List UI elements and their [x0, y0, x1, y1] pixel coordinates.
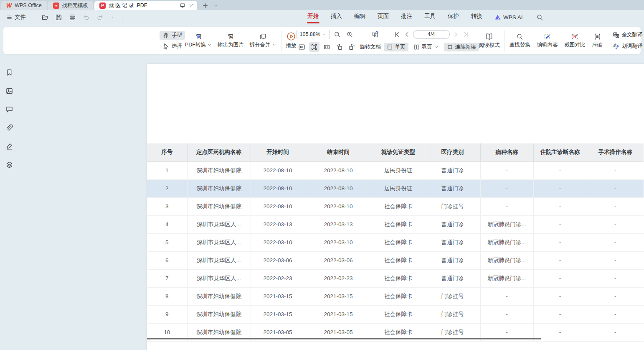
export-image-button[interactable]: 输出为图片 [218, 33, 244, 49]
attachment-icon[interactable] [4, 123, 15, 133]
undo-button[interactable] [81, 13, 91, 22]
layers-icon[interactable] [4, 159, 15, 169]
play-label: 播放 [286, 42, 297, 49]
new-tab-button[interactable] [202, 3, 208, 9]
pdf-convert-label: PDF转换 [185, 41, 206, 49]
read-mode-button[interactable]: 阅读模式 [479, 33, 500, 49]
single-page-button[interactable]: 单页 [384, 43, 408, 51]
menu-tab-4[interactable]: 批注 [401, 12, 412, 23]
table-cell: 社会保障卡 [372, 251, 425, 269]
save-button[interactable] [54, 13, 63, 22]
word-translate-button[interactable]: 划词翻译 [609, 42, 644, 51]
menu-tab-7[interactable]: 转换 [471, 12, 482, 23]
menu-tab-0[interactable]: 开始 [307, 12, 319, 23]
column-header: 病种名称 [480, 143, 533, 161]
zoom-out-button[interactable] [332, 30, 342, 39]
table-cell: 2022-08-10 [305, 197, 372, 215]
table-cell: 2022-08-10 [305, 161, 372, 179]
pdf-convert-button[interactable]: PDF转换 [185, 33, 212, 49]
table-cell: 普通门诊 [425, 215, 480, 233]
last-page-button[interactable] [462, 31, 470, 38]
close-tab-icon[interactable] [188, 3, 194, 8]
table-cell: 6 [147, 251, 187, 269]
screenshot-compare-button[interactable]: 截图对比 [565, 33, 586, 49]
column-header: 医疗类别 [425, 143, 480, 161]
find-replace-button[interactable]: 查找替换 [510, 33, 530, 49]
signature-icon[interactable] [4, 141, 15, 151]
bookmark-icon[interactable] [4, 67, 15, 77]
menu-search-icon[interactable] [535, 13, 545, 22]
table-cell: 3 [147, 197, 187, 215]
table-cell: - [587, 269, 644, 287]
menu-tab-6[interactable]: 保护 [448, 12, 459, 23]
split-merge-label: 拆分合并 [250, 41, 271, 49]
table-cell: - [533, 323, 587, 341]
menu-tab-1[interactable]: 插入 [331, 12, 342, 23]
table-cell: 普通门诊 [425, 269, 480, 287]
compress-icon [593, 33, 601, 41]
table-cell: - [587, 233, 644, 251]
undo-history-chevron-icon[interactable] [109, 14, 116, 21]
hand-tool-button[interactable]: 手型 [160, 31, 185, 40]
menu-tab-5[interactable]: 工具 [424, 12, 436, 23]
table-cell: 2021-03-15 [251, 287, 305, 305]
tab-document-pdf[interactable]: P 就 医 记 录 .PDF [94, 1, 197, 10]
continuous-read-button[interactable]: 连续阅读 [444, 43, 479, 51]
divider [505, 30, 505, 51]
horizontal-scrollbar[interactable] [147, 338, 541, 340]
menu-tab-2[interactable]: 编辑 [354, 12, 365, 23]
select-tool-button[interactable]: 选择 [160, 42, 185, 51]
fit-page-button[interactable] [309, 42, 319, 52]
table-cell: 2022-08-10 [305, 179, 372, 197]
table-cell: - [480, 287, 533, 305]
print-button[interactable] [68, 13, 77, 22]
table-cell: 2021-03-15 [305, 287, 372, 305]
table-cell: 深圳市龙华区人... [187, 215, 251, 233]
file-menu-button[interactable]: 文件 [4, 12, 28, 22]
open-file-button[interactable] [40, 13, 50, 22]
edit-content-button[interactable]: 编辑内容 [537, 33, 558, 49]
table-cell: 深圳市妇幼保健院 [187, 161, 251, 179]
table-cell: 深圳市龙华区人... [187, 251, 251, 269]
table-cell: - [587, 179, 644, 197]
fit-width-button[interactable] [322, 42, 332, 52]
replace-pages-icon[interactable] [370, 30, 380, 39]
first-page-button[interactable] [393, 31, 401, 38]
next-page-button[interactable] [452, 31, 460, 38]
tab-docer-templates[interactable]: ❧ 找稻壳模板 [48, 1, 94, 10]
wps-ai-logo-icon [494, 14, 501, 20]
zoom-level-select[interactable]: 105.88% [297, 30, 330, 39]
full-translate-button[interactable]: 全文翻译 [609, 31, 644, 40]
table-cell: - [533, 197, 587, 215]
comment-icon[interactable] [4, 104, 15, 114]
window-tab-bar: W WPS Office ❧ 找稻壳模板 P 就 医 记 录 .PDF [0, 0, 644, 10]
actual-size-button[interactable] [297, 42, 307, 52]
table-cell: 普通门诊 [425, 179, 480, 197]
table-cell: - [533, 269, 587, 287]
search-icon [516, 33, 523, 40]
split-merge-button[interactable]: 拆分合并 [250, 33, 276, 49]
play-button[interactable]: 播放 [286, 32, 297, 49]
tab-list-chevron-icon[interactable] [213, 3, 218, 8]
tab-wps-home[interactable]: W WPS Office [1, 1, 47, 10]
menu-tab-3[interactable]: 页面 [378, 12, 389, 23]
double-page-button[interactable]: 双页 [411, 43, 442, 51]
zoom-in-button[interactable] [345, 30, 355, 39]
compress-button[interactable]: 压缩 [592, 33, 603, 49]
table-cell: 普通门诊 [425, 233, 480, 251]
menu-wps-ai[interactable]: WPS AI [494, 14, 523, 20]
rotate-right-button[interactable] [347, 42, 357, 52]
rotate-left-button[interactable] [334, 42, 345, 52]
redo-button[interactable] [95, 13, 105, 22]
prev-page-button[interactable] [403, 31, 411, 38]
column-header: 就诊凭证类型 [372, 143, 425, 161]
thumbnail-icon[interactable] [4, 86, 15, 96]
page-number-input[interactable] [413, 30, 450, 39]
table-cell: 普通门诊 [425, 161, 480, 179]
chevron-down-icon [434, 45, 439, 49]
rotate-document-button[interactable]: 旋转文档 [359, 43, 384, 51]
hand-label: 手型 [172, 32, 182, 39]
monitor-icon[interactable] [180, 3, 185, 8]
table-cell: - [533, 161, 587, 179]
divider [281, 30, 281, 51]
